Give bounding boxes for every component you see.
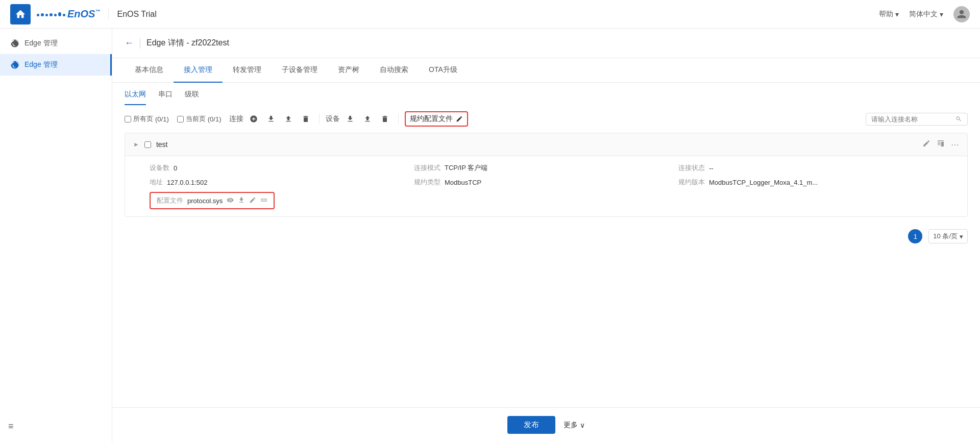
all-pages-checkbox[interactable] — [125, 116, 131, 122]
connect-import-btn[interactable] — [264, 112, 278, 126]
tab-subdevice[interactable]: 子设备管理 — [272, 58, 328, 83]
tab-access[interactable]: 接入管理 — [174, 58, 223, 83]
protocol-file-label: 规约配置文件 — [410, 114, 453, 124]
connect-mode-value: TCP/IP 客户端 — [445, 163, 487, 173]
connect-section: 连接 — [229, 112, 313, 126]
device-label: 设备 — [326, 114, 340, 124]
lang-label: 简体中文 — [909, 10, 938, 19]
config-edit-icon — [249, 197, 256, 204]
connect-mode-item: 连接模式 TCP/IP 客户端 — [414, 163, 678, 173]
tab-basic[interactable]: 基本信息 — [125, 58, 174, 83]
config-file-name: protocol.sys — [187, 197, 223, 205]
page-1-btn[interactable]: 1 — [908, 229, 922, 243]
address-value: 127.0.0.1:502 — [167, 179, 208, 186]
connection-checkbox[interactable] — [144, 141, 151, 148]
current-page-label: 当前页 — [186, 114, 206, 124]
sub-tabs: 以太网 串口 级联 — [112, 83, 980, 105]
config-link-btn[interactable] — [260, 197, 267, 205]
publish-button[interactable]: 发布 — [507, 416, 555, 434]
device-export-icon — [363, 115, 372, 123]
search-input[interactable] — [871, 115, 952, 123]
current-page-checkbox[interactable] — [177, 116, 184, 122]
sidebar-item-edge-manage-1[interactable]: Edge 管理 — [0, 33, 112, 54]
lang-link[interactable]: 简体中文 ▾ — [909, 10, 943, 19]
main-tabs: 基本信息 接入管理 转发管理 子设备管理 资产树 自动搜索 OTA升级 — [112, 58, 980, 83]
tab-ota[interactable]: OTA升级 — [419, 58, 468, 83]
config-edit-btn[interactable] — [249, 197, 256, 205]
edge-icon-2 — [10, 60, 19, 69]
device-count-item: 设备数 0 — [150, 163, 414, 173]
all-pages-checkbox-label[interactable]: 所有页 (0/1) — [125, 114, 169, 124]
dot2 — [41, 13, 44, 16]
sub-tab-cascade[interactable]: 级联 — [185, 90, 199, 105]
page-1-label: 1 — [914, 233, 917, 240]
per-page-label: 10 条/页 — [933, 232, 958, 241]
protocol-version-value: ModbusTCP_Logger_Moxa_4.1_m... — [709, 179, 818, 186]
import-icon — [267, 115, 275, 123]
dot1 — [37, 14, 39, 16]
dot7 — [63, 14, 65, 16]
pagination: 1 10 条/页 ▾ — [112, 221, 980, 252]
edit-icon — [922, 139, 930, 148]
tab-asset[interactable]: 资产树 — [328, 58, 370, 83]
tab-autosearch[interactable]: 自动搜索 — [370, 58, 419, 83]
protocol-type-label: 规约类型 — [414, 178, 440, 187]
device-count-value: 0 — [174, 164, 177, 172]
main-layout: Edge 管理 Edge 管理 ← Edge 详情 - zf2022test 基… — [0, 29, 980, 442]
help-chevron-icon: ▾ — [895, 10, 899, 18]
connection-more-btn[interactable]: ⋯ — [951, 140, 959, 150]
link-icon — [260, 197, 267, 204]
connection-header: ► test ⋯ — [125, 133, 967, 156]
search-wrap[interactable] — [866, 113, 968, 126]
device-import-btn[interactable] — [343, 112, 357, 126]
device-section: 设备 — [326, 112, 392, 126]
sidebar-item-edge-manage-2[interactable]: Edge 管理 — [0, 54, 112, 76]
back-button[interactable]: ← — [125, 38, 134, 48]
connection-edit-btn[interactable] — [922, 139, 930, 150]
expand-button[interactable]: ► — [133, 141, 139, 148]
device-count-label: 设备数 — [150, 163, 169, 173]
protocol-type-item: 规约类型 ModbusTCP — [414, 178, 678, 187]
more-chevron-icon: ∨ — [580, 421, 585, 429]
per-page-select[interactable]: 10 条/页 ▾ — [928, 229, 968, 243]
device-delete-btn[interactable] — [378, 112, 392, 126]
user-avatar[interactable] — [953, 6, 970, 22]
lang-chevron-icon: ▾ — [940, 10, 943, 18]
sidebar-label-1: Edge 管理 — [24, 39, 58, 48]
device-export-btn[interactable] — [360, 112, 375, 126]
per-page-chevron-icon: ▾ — [960, 233, 963, 240]
home-button[interactable] — [10, 4, 31, 24]
sidebar-collapse-button[interactable]: ≡ — [8, 421, 14, 432]
more-button[interactable]: 更多 ∨ — [564, 421, 585, 430]
connect-export-btn[interactable] — [281, 112, 296, 126]
all-pages-label: 所有页 — [133, 114, 153, 124]
edge-icon-1 — [10, 39, 19, 48]
search-icon — [955, 115, 962, 122]
home-icon — [15, 9, 26, 20]
help-link[interactable]: 帮助 ▾ — [879, 10, 899, 19]
sub-tab-ethernet[interactable]: 以太网 — [125, 90, 146, 105]
dot3 — [45, 14, 48, 16]
config-preview-btn[interactable] — [227, 197, 234, 205]
dot5 — [54, 14, 57, 16]
enos-wordmark: EnOS™ — [67, 8, 100, 20]
header-divider — [140, 38, 140, 48]
protocol-version-label: 规约版本 — [678, 178, 705, 187]
connect-delete-btn[interactable] — [299, 112, 313, 126]
logo-dots — [37, 12, 65, 16]
protocol-type-value: ModbusTCP — [445, 179, 481, 186]
enos-logo: EnOS™ — [37, 8, 100, 20]
protocol-file-btn[interactable]: 规约配置文件 — [405, 111, 468, 127]
connection-name: test — [156, 140, 168, 149]
tab-forward[interactable]: 转发管理 — [223, 58, 272, 83]
sub-tab-serial[interactable]: 串口 — [158, 90, 173, 105]
download-icon — [238, 197, 245, 204]
protocol-file-icon — [456, 115, 463, 122]
current-page-checkbox-label[interactable]: 当前页 (0/1) — [177, 114, 222, 124]
config-download-btn[interactable] — [238, 197, 245, 205]
more-label: 更多 — [564, 421, 578, 430]
dot4 — [50, 13, 53, 16]
connection-column-btn[interactable] — [937, 139, 945, 150]
connect-add-btn[interactable] — [247, 112, 261, 126]
main-content: ← Edge 详情 - zf2022test 基本信息 接入管理 转发管理 子设… — [112, 29, 980, 442]
